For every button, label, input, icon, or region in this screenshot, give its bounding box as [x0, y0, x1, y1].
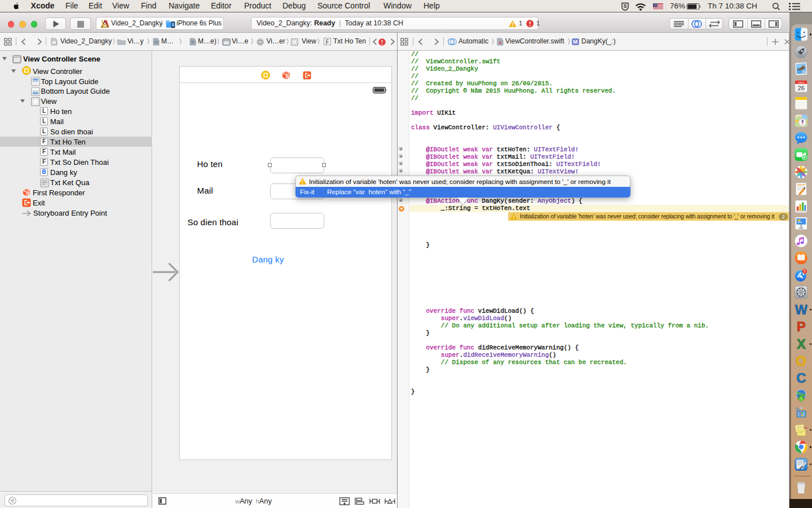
svg-text:THG 9: THG 9 [798, 81, 804, 84]
svg-text:26: 26 [797, 85, 805, 91]
svg-text:Napa: Napa [803, 426, 807, 429]
svg-text:P: P [796, 320, 805, 334]
svg-text:1: 1 [27, 191, 29, 195]
svg-text:X: X [796, 338, 805, 351]
svg-text:1: 1 [287, 75, 289, 78]
svg-text:W: W [795, 303, 807, 317]
svg-text:O: O [796, 354, 806, 368]
svg-text:S: S [623, 3, 626, 9]
svg-text:5: 5 [804, 269, 806, 273]
svg-text:C: C [796, 371, 806, 385]
